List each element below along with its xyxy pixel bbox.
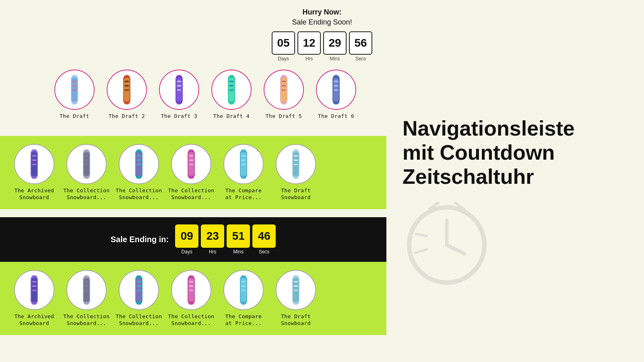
- clock-icon: [402, 201, 491, 289]
- svg-point-62: [136, 176, 142, 179]
- svg-point-47: [31, 149, 37, 153]
- svg-rect-122: [242, 285, 246, 287]
- svg-rect-66: [189, 160, 194, 161]
- product-circle-item-0[interactable]: The Archived Snowboard: [8, 144, 60, 201]
- svg-rect-121: [242, 281, 246, 283]
- b-hrs-label: Hrs: [209, 249, 217, 255]
- product-circle-item-0[interactable]: The Archived Snowboard: [8, 270, 60, 327]
- product-circle-img-2: [159, 70, 199, 110]
- b-days-box: 09: [175, 224, 198, 248]
- days-box: 05: [272, 31, 295, 55]
- svg-point-124: [241, 275, 246, 279]
- product-circle-item-4[interactable]: The Compare at Price...: [217, 144, 270, 201]
- svg-rect-116: [189, 290, 194, 291]
- svg-point-97: [31, 301, 37, 305]
- product-circle-img-0: [14, 270, 54, 310]
- svg-point-75: [241, 149, 246, 153]
- product-circle-item-2[interactable]: The Collection Snowboard...: [113, 270, 165, 327]
- svg-rect-65: [189, 155, 194, 157]
- svg-point-6: [72, 101, 77, 105]
- b-hrs-unit: 23 Hrs: [201, 224, 224, 255]
- svg-rect-73: [242, 160, 246, 161]
- product-circle-item-3[interactable]: The Collection Snowboard...: [165, 144, 217, 201]
- svg-point-103: [84, 275, 89, 279]
- svg-point-117: [188, 275, 194, 279]
- svg-point-82: [293, 149, 299, 153]
- top-countdown-row: 05 Days 12 Hrs 29 Mins 56 Secs: [272, 31, 372, 62]
- svg-rect-2: [72, 81, 77, 82]
- product-circle-item-5[interactable]: The Draft 6: [310, 70, 362, 120]
- product-circle-name-4: The Draft 5: [266, 113, 302, 120]
- hrs-unit: 12 Hrs: [297, 31, 321, 62]
- mins-box: 29: [323, 31, 347, 55]
- product-circle-item-5[interactable]: The Draft Snowboard: [270, 144, 322, 201]
- hurry-line1: Hurry Now:: [302, 8, 341, 16]
- svg-rect-72: [242, 155, 246, 157]
- svg-rect-3: [72, 85, 77, 87]
- svg-point-48: [31, 176, 37, 179]
- product-circle-item-2[interactable]: The Collection Snowboard...: [113, 144, 165, 201]
- svg-point-33: [281, 75, 287, 78]
- svg-point-19: [176, 75, 182, 78]
- title-line3: Zeitschaltuhr: [402, 165, 534, 188]
- svg-rect-45: [32, 160, 37, 161]
- svg-rect-114: [189, 281, 194, 283]
- product-circle-name-3: The Collection Snowboard...: [168, 187, 214, 201]
- product-circle-img-1: [66, 270, 107, 310]
- product-circle-img-5: [316, 70, 356, 110]
- days-label: Days: [278, 56, 289, 62]
- mins-label: Mins: [330, 56, 340, 62]
- svg-line-89: [416, 234, 427, 237]
- product-circle-name-2: The Draft 3: [161, 113, 197, 120]
- product-circle-img-2: [119, 270, 159, 310]
- product-circle-item-4[interactable]: The Compare at Price...: [217, 270, 270, 327]
- product-circle-item-1[interactable]: The Draft 2: [101, 70, 153, 120]
- bottom-green-band: The Archived Snowboard The Collection Sn…: [0, 262, 386, 335]
- svg-rect-80: [294, 160, 298, 161]
- main-title: Navigationsleiste mit Countdown Zeitscha…: [402, 117, 624, 189]
- days-unit: 05 Days: [272, 31, 295, 62]
- svg-rect-60: [137, 164, 141, 165]
- svg-point-125: [241, 301, 246, 305]
- svg-rect-30: [282, 81, 286, 82]
- svg-line-86: [447, 245, 464, 254]
- product-circle-name-0: The Draft: [60, 113, 89, 120]
- product-circle-name-2: The Collection Snowboard...: [116, 187, 162, 201]
- product-circle-item-1[interactable]: The Collection Snowboard...: [60, 270, 113, 327]
- svg-line-90: [415, 249, 427, 253]
- product-circle-item-2[interactable]: The Draft 3: [153, 70, 205, 120]
- svg-point-20: [176, 101, 182, 105]
- secs-unit: 56 Secs: [349, 31, 372, 62]
- svg-point-27: [229, 101, 234, 105]
- black-banner: Sale Ending in: 09 Days 23 Hrs 51 Mins 4…: [0, 217, 386, 262]
- product-circle-item-5[interactable]: The Draft Snowboard: [270, 270, 322, 327]
- black-banner-section: Sale Ending in: 09 Days 23 Hrs 51 Mins 4…: [0, 217, 386, 335]
- svg-rect-10: [125, 85, 129, 87]
- svg-rect-32: [282, 89, 286, 91]
- svg-rect-39: [334, 89, 339, 91]
- b-days-label: Days: [182, 249, 192, 255]
- product-circle-name-5: The Draft 6: [318, 113, 354, 120]
- svg-rect-52: [85, 160, 89, 161]
- svg-rect-53: [85, 164, 89, 165]
- product-circle-item-4[interactable]: The Draft 5: [258, 70, 310, 120]
- product-circle-img-3: [211, 70, 252, 110]
- svg-rect-17: [177, 85, 182, 87]
- svg-point-132: [293, 301, 299, 305]
- product-circle-name-3: The Collection Snowboard...: [168, 313, 214, 327]
- title-line2: mit Countdown: [402, 141, 555, 164]
- product-circle-item-1[interactable]: The Collection Snowboard...: [60, 144, 113, 201]
- svg-rect-37: [334, 81, 339, 82]
- svg-rect-38: [334, 85, 339, 87]
- product-circle-item-3[interactable]: The Draft 4: [205, 70, 258, 120]
- svg-point-110: [136, 275, 142, 279]
- product-circle-name-1: The Collection Snowboard...: [63, 313, 109, 327]
- product-circle-name-1: The Draft 2: [109, 113, 145, 120]
- product-circle-item-0[interactable]: The Draft: [48, 70, 101, 120]
- svg-rect-130: [294, 290, 298, 291]
- svg-rect-108: [137, 285, 141, 287]
- svg-rect-102: [85, 290, 89, 291]
- svg-rect-44: [32, 155, 37, 157]
- svg-rect-18: [177, 89, 182, 91]
- product-circle-item-3[interactable]: The Collection Snowboard...: [165, 270, 217, 327]
